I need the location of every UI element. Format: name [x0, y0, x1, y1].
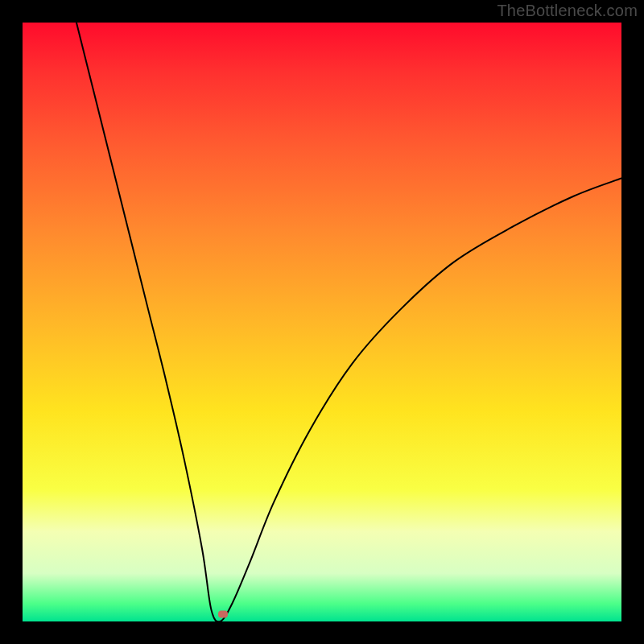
watermark-text: TheBottleneck.com [497, 2, 638, 20]
plot-area [23, 23, 621, 621]
optimal-marker [218, 611, 228, 618]
chart-frame: TheBottleneck.com [0, 0, 644, 644]
bottleneck-curve [23, 23, 621, 621]
